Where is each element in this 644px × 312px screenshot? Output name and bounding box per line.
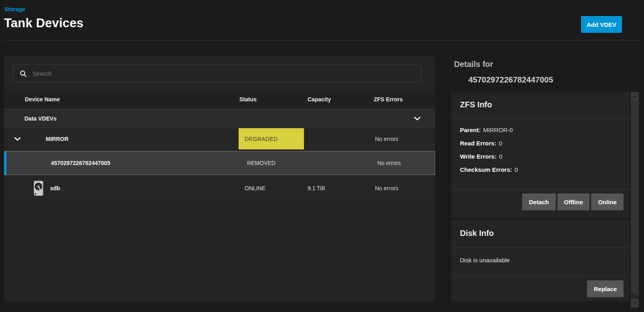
divider	[451, 189, 630, 190]
status-value: ONLINE	[245, 176, 265, 200]
disk-info-card: Disk Info Disk is unavailable Replace	[451, 220, 630, 301]
hard-disk-icon	[34, 181, 43, 196]
offline-button[interactable]: Offline	[557, 193, 589, 210]
device-name: MIRROR	[46, 128, 69, 150]
zfs-field-parent: Parent:MIRROR-0	[460, 127, 513, 133]
scroll-up-button[interactable]	[631, 92, 639, 101]
tank-devices-page: Storage Tank Devices Add VDEV Device Nam…	[0, 0, 644, 312]
devices-table-card: Device Name Status Capacity ZFS Errors D…	[4, 56, 435, 302]
breadcrumb-storage-link[interactable]: Storage	[4, 6, 25, 12]
triangle-up-icon	[633, 95, 637, 98]
zfs-errors-value: No errors	[375, 128, 398, 150]
zfs-info-card: ZFS Info Parent:MIRROR-0 Read Errors:0 W…	[451, 91, 630, 217]
search-icon	[20, 70, 27, 77]
divider	[451, 275, 630, 276]
scroll-down-button[interactable]	[631, 299, 639, 308]
chevron-down-icon[interactable]	[14, 137, 21, 141]
group-row-label: Data VDEVs	[24, 109, 57, 127]
details-title-prefix: Details for	[454, 60, 493, 69]
triangle-down-icon	[633, 302, 637, 304]
column-header-device-name: Device Name	[25, 90, 60, 108]
page-title: Tank Devices	[4, 16, 83, 30]
disk-unavailable-message: Disk is unavailable	[460, 257, 510, 264]
detach-button[interactable]: Detach	[522, 193, 556, 210]
device-name: 4570297226782447005	[51, 151, 110, 175]
column-header-status: Status	[239, 90, 257, 108]
status-badge-degraded: DEGRADED	[239, 128, 304, 149]
zfs-field-write-errors: Write Errors:0	[460, 153, 502, 160]
zfs-errors-value: No errors	[377, 151, 401, 175]
column-header-zfs-errors: ZFS Errors	[374, 90, 403, 108]
header-divider	[4, 40, 640, 40]
table-row-sdb[interactable]: sdb ONLINE 9.1 TiB No errors	[4, 176, 435, 200]
scrollbar-thumb[interactable]	[631, 101, 639, 294]
zfs-info-title: ZFS Info	[460, 100, 492, 109]
table-row-mirror[interactable]: MIRROR DEGRADED No errors	[4, 127, 435, 150]
add-vdev-button[interactable]: Add VDEV	[581, 16, 622, 33]
details-title-device-id: 4570297226782447005	[468, 75, 553, 85]
chevron-down-icon[interactable]	[414, 117, 421, 121]
divider	[451, 248, 630, 248]
replace-button[interactable]: Replace	[587, 280, 624, 297]
search-box[interactable]	[12, 64, 421, 83]
table-header-row: Device Name Status Capacity ZFS Errors	[4, 90, 435, 108]
table-row-removed-disk-selected[interactable]: 4570297226782447005 REMOVED No errors	[4, 151, 435, 175]
zfs-errors-value: No errors	[375, 176, 398, 200]
online-button[interactable]: Online	[591, 193, 624, 210]
group-row-data-vdevs[interactable]: Data VDEVs	[4, 109, 435, 127]
capacity-value: 9.1 TiB	[308, 176, 325, 200]
divider	[451, 118, 630, 119]
search-input[interactable]	[32, 70, 417, 77]
zfs-field-read-errors: Read Errors:0	[460, 140, 502, 147]
disk-info-title: Disk Info	[460, 229, 494, 238]
details-scrollbar[interactable]	[631, 92, 639, 308]
column-header-capacity: Capacity	[308, 90, 331, 108]
zfs-field-checksum-errors: Checksum Errors:0	[460, 166, 518, 173]
device-name: sdb	[50, 176, 60, 200]
status-value: REMOVED	[247, 151, 275, 175]
